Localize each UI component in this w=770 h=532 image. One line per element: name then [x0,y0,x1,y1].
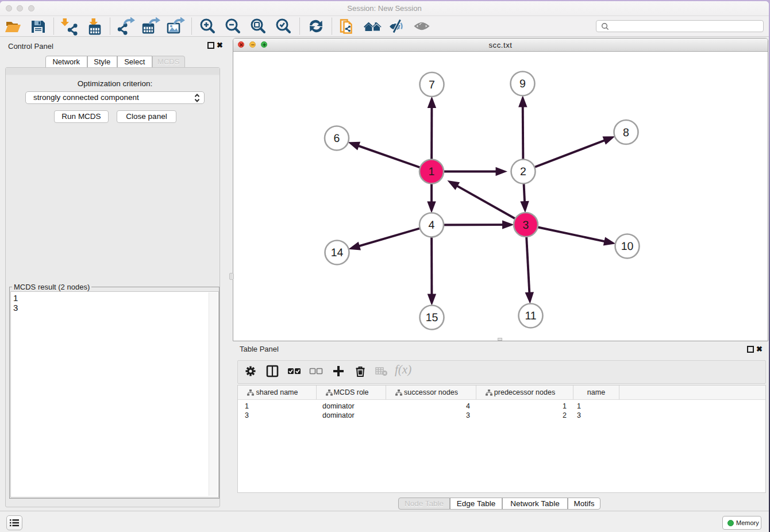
svg-text:10: 10 [621,240,634,253]
svg-text:15: 15 [426,311,438,324]
svg-text:3: 3 [523,219,529,232]
svg-text:8: 8 [623,126,629,139]
svg-text:6: 6 [334,132,340,145]
svg-text:4: 4 [429,219,435,232]
svg-text:9: 9 [519,78,526,90]
svg-text:11: 11 [525,310,536,322]
svg-text:1: 1 [429,165,435,178]
svg-text:14: 14 [331,246,344,259]
svg-text:2: 2 [520,165,526,178]
svg-text:7: 7 [429,79,435,91]
